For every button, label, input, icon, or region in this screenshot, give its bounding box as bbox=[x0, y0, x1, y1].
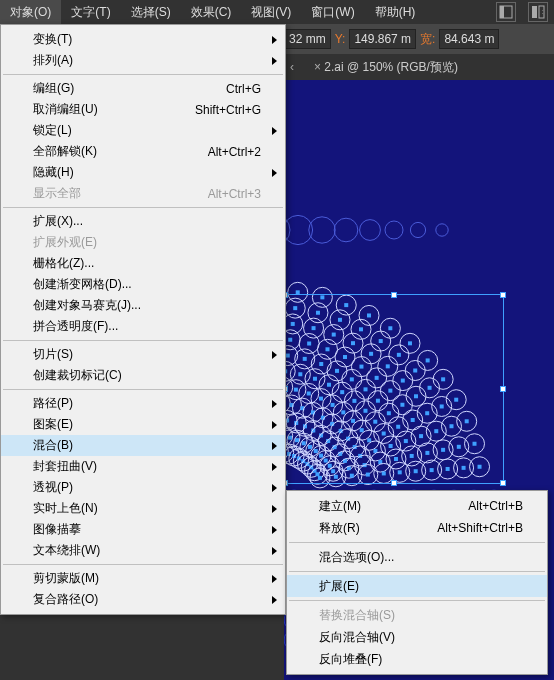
submenu-item-label: 反向堆叠(F) bbox=[319, 651, 382, 668]
menu-item[interactable]: 创建裁切标记(C) bbox=[1, 365, 285, 386]
menu-item[interactable]: 锁定(L) bbox=[1, 120, 285, 141]
handle-tm[interactable] bbox=[391, 292, 397, 298]
menu-item[interactable]: 全部解锁(K)Alt+Ctrl+2 bbox=[1, 141, 285, 162]
menu-item[interactable]: 透视(P) bbox=[1, 477, 285, 498]
menu-item[interactable]: 取消编组(U)Shift+Ctrl+G bbox=[1, 99, 285, 120]
shortcut: Shift+Ctrl+G bbox=[195, 103, 261, 117]
menu-select[interactable]: 选择(S) bbox=[121, 0, 181, 24]
menu-item-label: 实时上色(N) bbox=[33, 500, 98, 517]
chevron-right-icon bbox=[272, 505, 277, 513]
handle-br[interactable] bbox=[500, 480, 506, 486]
menu-view[interactable]: 视图(V) bbox=[241, 0, 301, 24]
menu-item-label: 路径(P) bbox=[33, 395, 73, 412]
svg-rect-3 bbox=[539, 6, 544, 18]
close-icon[interactable]: × bbox=[314, 60, 321, 74]
y-value: 149.867 m bbox=[354, 32, 411, 46]
menu-item[interactable]: 图像描摹 bbox=[1, 519, 285, 540]
menu-item-label: 切片(S) bbox=[33, 346, 73, 363]
x-value: 32 mm bbox=[289, 32, 326, 46]
menu-item-label: 剪切蒙版(M) bbox=[33, 570, 99, 587]
menu-item-label: 栅格化(Z)... bbox=[33, 255, 94, 272]
menu-item[interactable]: 栅格化(Z)... bbox=[1, 253, 285, 274]
chevron-right-icon bbox=[272, 547, 277, 555]
chevron-right-icon bbox=[272, 596, 277, 604]
chevron-right-icon bbox=[272, 526, 277, 534]
svg-point-9 bbox=[385, 221, 403, 239]
menu-window[interactable]: 窗口(W) bbox=[301, 0, 364, 24]
menu-item[interactable]: 复合路径(O) bbox=[1, 589, 285, 610]
shortcut: Alt+Shift+Ctrl+B bbox=[437, 521, 523, 535]
menu-item[interactable]: 剪切蒙版(M) bbox=[1, 568, 285, 589]
selection-box[interactable] bbox=[284, 294, 504, 484]
menu-item-label: 创建对象马赛克(J)... bbox=[33, 297, 141, 314]
chevron-right-icon bbox=[272, 127, 277, 135]
menu-item[interactable]: 切片(S) bbox=[1, 344, 285, 365]
menu-item-label: 扩展外观(E) bbox=[33, 234, 97, 251]
submenu-item: 替换混合轴(S) bbox=[287, 604, 547, 626]
chevron-right-icon bbox=[272, 463, 277, 471]
y-field[interactable]: 149.867 m bbox=[349, 29, 416, 49]
menu-effect[interactable]: 效果(C) bbox=[181, 0, 242, 24]
w-field[interactable]: 84.643 m bbox=[439, 29, 499, 49]
doc-layout-icon[interactable] bbox=[496, 2, 516, 22]
handle-mr[interactable] bbox=[500, 386, 506, 392]
menu-item[interactable]: 创建渐变网格(D)... bbox=[1, 274, 285, 295]
menu-type[interactable]: 文字(T) bbox=[61, 0, 120, 24]
chevron-right-icon bbox=[272, 442, 277, 450]
menu-item-label: 显示全部 bbox=[33, 185, 81, 202]
chevron-right-icon bbox=[272, 169, 277, 177]
tabs-row: ‹ × 2.ai @ 150% (RGB/预览) bbox=[284, 54, 554, 80]
menu-item-label: 文本绕排(W) bbox=[33, 542, 100, 559]
menu-item[interactable]: 拼合透明度(F)... bbox=[1, 316, 285, 337]
menu-item[interactable]: 封套扭曲(V) bbox=[1, 456, 285, 477]
menu-item-label: 排列(A) bbox=[33, 52, 73, 69]
chevron-right-icon bbox=[272, 484, 277, 492]
submenu-item[interactable]: 反向堆叠(F) bbox=[287, 648, 547, 670]
arrange-icon[interactable] bbox=[528, 2, 548, 22]
menu-item[interactable]: 创建对象马赛克(J)... bbox=[1, 295, 285, 316]
handle-tr[interactable] bbox=[500, 292, 506, 298]
submenu-item[interactable]: 建立(M)Alt+Ctrl+B bbox=[287, 495, 547, 517]
menu-item[interactable]: 扩展(X)... bbox=[1, 211, 285, 232]
submenu-item[interactable]: 反向混合轴(V) bbox=[287, 626, 547, 648]
menu-item[interactable]: 隐藏(H) bbox=[1, 162, 285, 183]
menu-item-label: 拼合透明度(F)... bbox=[33, 318, 118, 335]
x-field[interactable]: 32 mm bbox=[284, 29, 331, 49]
submenu-item[interactable]: 扩展(E) bbox=[287, 575, 547, 597]
submenu-item-label: 替换混合轴(S) bbox=[319, 607, 395, 624]
menu-help[interactable]: 帮助(H) bbox=[365, 0, 426, 24]
y-label: Y: bbox=[331, 32, 350, 46]
menu-item-label: 透视(P) bbox=[33, 479, 73, 496]
submenu-item[interactable]: 混合选项(O)... bbox=[287, 546, 547, 568]
submenu-item[interactable]: 释放(R)Alt+Shift+Ctrl+B bbox=[287, 517, 547, 539]
menu-item[interactable]: 路径(P) bbox=[1, 393, 285, 414]
tab-title: 2.ai @ 150% (RGB/预览) bbox=[324, 60, 458, 74]
submenu-item-label: 建立(M) bbox=[319, 498, 361, 515]
menu-item[interactable]: 混合(B) bbox=[1, 435, 285, 456]
menu-item: 显示全部Alt+Ctrl+3 bbox=[1, 183, 285, 204]
svg-rect-1 bbox=[500, 6, 504, 18]
menubar: 对象(O) 文字(T) 选择(S) 效果(C) 视图(V) 窗口(W) 帮助(H… bbox=[0, 0, 554, 24]
chevron-right-icon bbox=[272, 351, 277, 359]
menu-item[interactable]: 排列(A) bbox=[1, 50, 285, 71]
blend-submenu: 建立(M)Alt+Ctrl+B释放(R)Alt+Shift+Ctrl+B混合选项… bbox=[286, 490, 548, 675]
w-label: 宽: bbox=[416, 31, 439, 48]
menu-item[interactable]: 实时上色(N) bbox=[1, 498, 285, 519]
handle-bm[interactable] bbox=[391, 480, 397, 486]
menu-item[interactable]: 变换(T) bbox=[1, 29, 285, 50]
chevron-right-icon bbox=[272, 575, 277, 583]
document-tab[interactable]: × 2.ai @ 150% (RGB/预览) bbox=[300, 54, 468, 80]
menu-item[interactable]: 文本绕排(W) bbox=[1, 540, 285, 561]
shortcut: Alt+Ctrl+B bbox=[468, 499, 523, 513]
menu-item-label: 取消编组(U) bbox=[33, 101, 98, 118]
menu-item[interactable]: 图案(E) bbox=[1, 414, 285, 435]
chevron-right-icon bbox=[272, 57, 277, 65]
submenu-item-label: 释放(R) bbox=[319, 520, 360, 537]
chevron-left-icon[interactable]: ‹ bbox=[284, 60, 300, 74]
menu-item-label: 图像描摹 bbox=[33, 521, 81, 538]
menu-object[interactable]: 对象(O) bbox=[0, 0, 61, 24]
submenu-item-label: 反向混合轴(V) bbox=[319, 629, 395, 646]
menu-item-label: 创建渐变网格(D)... bbox=[33, 276, 132, 293]
submenu-item-label: 混合选项(O)... bbox=[319, 549, 394, 566]
menu-item[interactable]: 编组(G)Ctrl+G bbox=[1, 78, 285, 99]
